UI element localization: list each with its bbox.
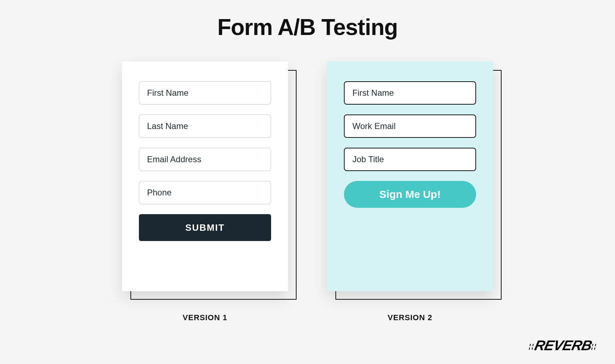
form-version-b-wrap: First Name Work Email Job Title Sign Me … <box>327 61 493 322</box>
form-card-version-b: First Name Work Email Job Title Sign Me … <box>327 61 493 291</box>
work-email-field[interactable]: Work Email <box>344 115 476 138</box>
version-b-caption: VERSION 2 <box>327 313 493 322</box>
version-a-caption: VERSION 1 <box>122 313 288 322</box>
form-version-a-wrap: First Name Last Name Email Address Phone… <box>122 61 288 322</box>
cards-row: First Name Last Name Email Address Phone… <box>0 61 615 322</box>
first-name-field[interactable]: First Name <box>344 81 476 105</box>
phone-field[interactable]: Phone <box>139 181 271 204</box>
form-card-version-a: First Name Last Name Email Address Phone… <box>122 61 288 291</box>
signup-button[interactable]: Sign Me Up! <box>344 181 476 208</box>
brand-logo: ¦¦REVERB¦¦ <box>527 337 599 353</box>
first-name-field[interactable]: First Name <box>139 81 271 105</box>
email-field[interactable]: Email Address <box>139 148 271 171</box>
submit-button[interactable]: SUBMIT <box>139 214 271 241</box>
page-title: Form A/B Testing <box>0 0 615 40</box>
job-title-field[interactable]: Job Title <box>344 148 476 171</box>
last-name-field[interactable]: Last Name <box>139 115 271 138</box>
